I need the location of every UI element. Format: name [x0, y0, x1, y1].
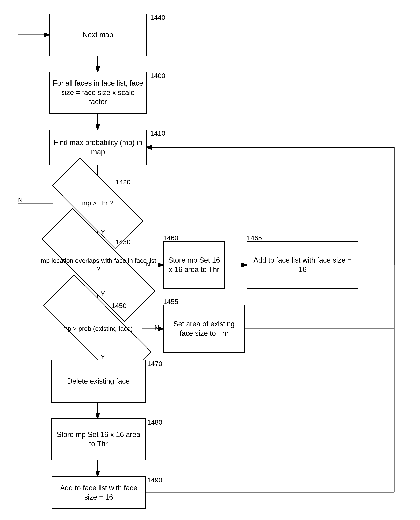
label-1480: 1480 [147, 418, 162, 426]
label-1400: 1400 [150, 72, 165, 79]
node-1490-label: Add to face list with face size = 16 [54, 483, 143, 502]
label-1455: 1455 [163, 298, 178, 306]
node-1440: Next map [49, 14, 147, 56]
node-1460-label: Store mp Set 16 x 16 area to Thr [166, 256, 222, 274]
node-1470: Delete existing face [51, 360, 146, 403]
label-1460: 1460 [163, 234, 178, 242]
node-1480-label: Store mp Set 16 x 16 area to Thr [53, 430, 143, 449]
node-1490: Add to face list with face size = 16 [52, 476, 146, 509]
label-1420: 1420 [115, 178, 131, 186]
node-1410: Find max probability (mp) in map [49, 130, 147, 165]
node-1400: For all faces in face list, face size = … [49, 72, 147, 114]
y-label-1420: Y [100, 228, 105, 236]
label-1430: 1430 [115, 238, 131, 246]
node-1460: Store mp Set 16 x 16 area to Thr [163, 241, 225, 289]
node-1470-label: Delete existing face [67, 377, 130, 386]
label-1470: 1470 [147, 360, 162, 368]
node-1480: Store mp Set 16 x 16 area to Thr [51, 418, 146, 460]
label-1490: 1490 [147, 476, 162, 484]
label-1440: 1440 [150, 14, 165, 21]
label-1465: 1465 [247, 234, 262, 242]
y-label-1430: Y [100, 290, 105, 298]
node-1410-label: Find max probability (mp) in map [52, 138, 144, 157]
node-1420-label: mp > Thr ? [82, 199, 113, 207]
label-1450: 1450 [112, 302, 127, 310]
node-1465: Add to face list with face size = 16 [247, 241, 358, 289]
n-label-1450: N [154, 324, 159, 332]
node-1450: mp > prob (existing face) [43, 307, 152, 351]
node-1455-label: Set area of existing face size to Thr [166, 319, 242, 338]
flowchart-diagram: Next map 1440 For all faces in face list… [0, 0, 420, 520]
node-1465-label: Add to face list with face size = 16 [249, 256, 356, 274]
node-1450-label: mp > prob (existing face) [62, 325, 133, 333]
node-1440-label: Next map [82, 30, 113, 40]
label-1410: 1410 [150, 130, 165, 137]
n-label-1420: N [18, 196, 23, 204]
node-1455: Set area of existing face size to Thr [163, 305, 245, 353]
node-1400-label: For all faces in face list, face size = … [52, 79, 144, 107]
node-1430: mp location overlaps with face in face l… [40, 243, 157, 287]
node-1430-label: mp location overlaps with face in face l… [40, 257, 157, 273]
